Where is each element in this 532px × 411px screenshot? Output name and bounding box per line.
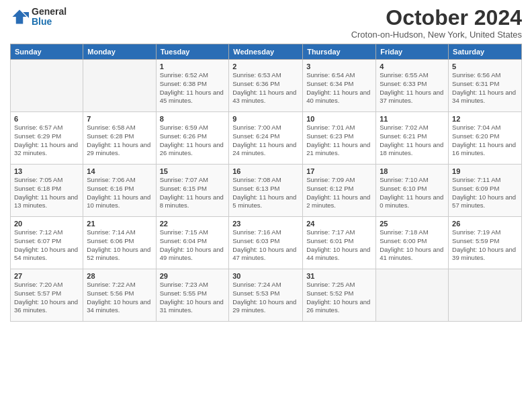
logo-general-label: General (32, 7, 66, 17)
calendar-cell-w1-d7: 5 Sunrise: 6:56 AMSunset: 6:31 PMDayligh… (449, 60, 522, 112)
title-area: October 2024 Croton-on-Hudson, New York,… (351, 7, 522, 40)
calendar-cell-w2-d6: 11 Sunrise: 7:02 AMSunset: 6:21 PMDaylig… (376, 112, 449, 165)
day-number: 5 (452, 62, 518, 71)
header-saturday: Saturday (449, 44, 522, 60)
calendar-cell-w5-d6 (376, 269, 449, 322)
day-detail: Sunrise: 7:15 AMSunset: 6:04 PMDaylight:… (160, 228, 224, 261)
day-number: 13 (14, 167, 79, 175)
calendar-cell-w5-d1: 27 Sunrise: 7:20 AMSunset: 5:57 PMDaylig… (11, 269, 83, 322)
calendar-cell-w4-d5: 24 Sunrise: 7:17 AMSunset: 6:01 PMDaylig… (303, 217, 376, 269)
day-detail: Sunrise: 6:56 AMSunset: 6:31 PMDaylight:… (452, 71, 516, 104)
logo-blue-label: Blue (32, 17, 66, 27)
calendar-cell-w3-d2: 14 Sunrise: 7:06 AMSunset: 6:16 PMDaylig… (83, 165, 156, 217)
day-detail: Sunrise: 6:58 AMSunset: 6:28 PMDaylight:… (87, 124, 150, 156)
day-number: 9 (232, 115, 299, 123)
day-detail: Sunrise: 7:20 AMSunset: 5:57 PMDaylight:… (14, 281, 78, 314)
day-detail: Sunrise: 7:10 AMSunset: 6:10 PMDaylight:… (380, 176, 443, 209)
day-number: 4 (380, 62, 445, 71)
day-detail: Sunrise: 7:22 AMSunset: 5:56 PMDaylight:… (87, 281, 150, 314)
day-detail: Sunrise: 7:01 AMSunset: 6:23 PMDaylight:… (306, 124, 370, 156)
calendar-body: 1 Sunrise: 6:52 AMSunset: 6:38 PMDayligh… (11, 60, 522, 322)
location-subtitle: Croton-on-Hudson, New York, United State… (351, 30, 522, 40)
week-row-1: 1 Sunrise: 6:52 AMSunset: 6:38 PMDayligh… (11, 60, 522, 112)
day-detail: Sunrise: 7:02 AMSunset: 6:21 PMDaylight:… (380, 124, 443, 156)
day-number: 25 (380, 220, 445, 228)
day-detail: Sunrise: 7:25 AMSunset: 5:52 PMDaylight:… (306, 281, 370, 314)
day-detail: Sunrise: 7:24 AMSunset: 5:53 PMDaylight:… (232, 281, 296, 314)
day-detail: Sunrise: 7:06 AMSunset: 6:16 PMDaylight:… (87, 176, 150, 209)
calendar-cell-w1-d5: 3 Sunrise: 6:54 AMSunset: 6:34 PMDayligh… (303, 60, 376, 112)
day-number: 26 (452, 220, 518, 228)
calendar-cell-w2-d5: 10 Sunrise: 7:01 AMSunset: 6:23 PMDaylig… (303, 112, 376, 165)
day-detail: Sunrise: 7:23 AMSunset: 5:55 PMDaylight:… (160, 281, 224, 314)
day-detail: Sunrise: 7:11 AMSunset: 6:09 PMDaylight:… (452, 176, 516, 209)
day-detail: Sunrise: 6:57 AMSunset: 6:29 PMDaylight:… (14, 124, 78, 156)
calendar-header: Sunday Monday Tuesday Wednesday Thursday… (11, 44, 522, 60)
day-detail: Sunrise: 7:16 AMSunset: 6:03 PMDaylight:… (232, 228, 296, 261)
header-monday: Monday (83, 44, 156, 60)
header-tuesday: Tuesday (156, 44, 229, 60)
calendar-cell-w4-d4: 23 Sunrise: 7:16 AMSunset: 6:03 PMDaylig… (229, 217, 303, 269)
day-number: 24 (306, 220, 372, 228)
calendar-cell-w3-d4: 16 Sunrise: 7:08 AMSunset: 6:13 PMDaylig… (229, 165, 303, 217)
page: General Blue October 2024 Croton-on-Huds… (0, 0, 532, 411)
calendar-cell-w3-d6: 18 Sunrise: 7:10 AMSunset: 6:10 PMDaylig… (376, 165, 449, 217)
day-number: 30 (232, 272, 299, 280)
calendar-cell-w2-d7: 12 Sunrise: 7:04 AMSunset: 6:20 PMDaylig… (449, 112, 522, 165)
day-number: 16 (232, 167, 299, 175)
calendar-cell-w1-d2 (83, 60, 156, 112)
day-number: 10 (306, 115, 372, 123)
calendar-cell-w1-d1 (11, 60, 83, 112)
day-number: 15 (160, 167, 226, 175)
calendar-cell-w4-d3: 22 Sunrise: 7:15 AMSunset: 6:04 PMDaylig… (156, 217, 229, 269)
header-thursday: Thursday (303, 44, 376, 60)
day-detail: Sunrise: 6:55 AMSunset: 6:33 PMDaylight:… (380, 71, 443, 104)
day-number: 19 (452, 167, 518, 175)
day-detail: Sunrise: 7:09 AMSunset: 6:12 PMDaylight:… (306, 176, 370, 209)
day-number: 20 (14, 220, 79, 228)
day-number: 3 (306, 62, 372, 71)
day-detail: Sunrise: 7:19 AMSunset: 5:59 PMDaylight:… (452, 228, 516, 261)
header-friday: Friday (376, 44, 449, 60)
day-detail: Sunrise: 6:59 AMSunset: 6:26 PMDaylight:… (160, 124, 224, 156)
day-detail: Sunrise: 7:18 AMSunset: 6:00 PMDaylight:… (380, 228, 443, 261)
day-detail: Sunrise: 7:12 AMSunset: 6:07 PMDaylight:… (14, 228, 78, 261)
calendar-cell-w5-d3: 29 Sunrise: 7:23 AMSunset: 5:55 PMDaylig… (156, 269, 229, 322)
calendar-cell-w3-d1: 13 Sunrise: 7:05 AMSunset: 6:18 PMDaylig… (11, 165, 83, 217)
header-wednesday: Wednesday (229, 44, 303, 60)
week-row-5: 27 Sunrise: 7:20 AMSunset: 5:57 PMDaylig… (11, 269, 522, 322)
calendar-cell-w1-d6: 4 Sunrise: 6:55 AMSunset: 6:33 PMDayligh… (376, 60, 449, 112)
day-number: 18 (380, 167, 445, 175)
logo-icon (10, 7, 29, 26)
calendar-cell-w2-d3: 8 Sunrise: 6:59 AMSunset: 6:26 PMDayligh… (156, 112, 229, 165)
day-number: 7 (87, 115, 152, 123)
week-row-2: 6 Sunrise: 6:57 AMSunset: 6:29 PMDayligh… (11, 112, 522, 165)
day-number: 22 (160, 220, 226, 228)
calendar-cell-w2-d4: 9 Sunrise: 7:00 AMSunset: 6:24 PMDayligh… (229, 112, 303, 165)
day-number: 29 (160, 272, 226, 280)
day-detail: Sunrise: 7:07 AMSunset: 6:15 PMDaylight:… (160, 176, 224, 209)
day-detail: Sunrise: 7:04 AMSunset: 6:20 PMDaylight:… (452, 124, 516, 156)
header: General Blue October 2024 Croton-on-Huds… (10, 7, 522, 40)
week-row-3: 13 Sunrise: 7:05 AMSunset: 6:18 PMDaylig… (11, 165, 522, 217)
day-number: 6 (14, 115, 79, 123)
header-sunday: Sunday (11, 44, 83, 60)
day-number: 12 (452, 115, 518, 123)
calendar-cell-w4-d7: 26 Sunrise: 7:19 AMSunset: 5:59 PMDaylig… (449, 217, 522, 269)
calendar-cell-w5-d7 (449, 269, 522, 322)
day-number: 31 (306, 272, 372, 280)
day-detail: Sunrise: 7:00 AMSunset: 6:24 PMDaylight:… (232, 124, 296, 156)
day-detail: Sunrise: 7:17 AMSunset: 6:01 PMDaylight:… (306, 228, 370, 261)
calendar-table: Sunday Monday Tuesday Wednesday Thursday… (10, 44, 522, 322)
day-number: 14 (87, 167, 152, 175)
day-detail: Sunrise: 7:05 AMSunset: 6:18 PMDaylight:… (14, 176, 78, 209)
calendar-cell-w1-d4: 2 Sunrise: 6:53 AMSunset: 6:36 PMDayligh… (229, 60, 303, 112)
calendar-cell-w4-d6: 25 Sunrise: 7:18 AMSunset: 6:00 PMDaylig… (376, 217, 449, 269)
month-title: October 2024 (351, 7, 522, 28)
day-number: 21 (87, 220, 152, 228)
day-number: 1 (160, 62, 226, 71)
header-row: Sunday Monday Tuesday Wednesday Thursday… (11, 44, 522, 60)
calendar-cell-w5-d4: 30 Sunrise: 7:24 AMSunset: 5:53 PMDaylig… (229, 269, 303, 322)
calendar-cell-w3-d3: 15 Sunrise: 7:07 AMSunset: 6:15 PMDaylig… (156, 165, 229, 217)
day-detail: Sunrise: 7:08 AMSunset: 6:13 PMDaylight:… (232, 176, 296, 209)
